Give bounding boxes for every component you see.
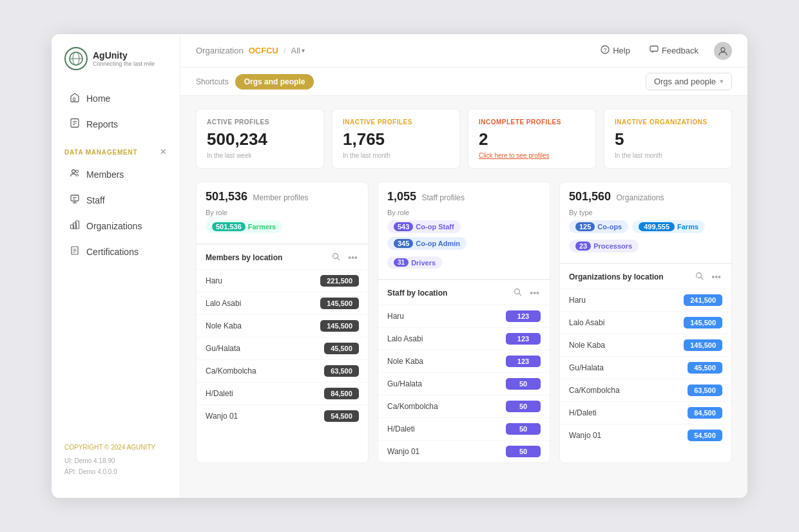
sidebar-item-organizations[interactable]: Organizations <box>57 213 175 239</box>
coop-admin-count: 345 <box>394 239 413 248</box>
breadcrumb-all[interactable]: All ▾ <box>291 46 305 55</box>
stat-label-active: ACTIVE PROFILES <box>207 119 313 126</box>
staff-search-btn[interactable] <box>512 287 523 299</box>
stat-link-incomplete[interactable]: Click here to see profiles <box>479 152 585 159</box>
farmers-pill[interactable]: 501,536 Farmers <box>206 220 282 233</box>
member-count: 501,536 <box>206 190 247 203</box>
app-container: AgUnity Connecting the last mile Home <box>52 34 747 498</box>
location-value: 50 <box>506 378 541 390</box>
user-avatar[interactable] <box>714 42 732 60</box>
location-name: Nole Kaba <box>387 357 423 366</box>
staff-profiles-header: 1,055 Staff profiles By role 543 Co-op S… <box>378 182 550 280</box>
help-button[interactable]: ? Help <box>597 43 634 59</box>
location-name: Nole Kaba <box>569 341 605 350</box>
sidebar-item-members[interactable]: Members <box>57 162 175 187</box>
processors-label: Processors <box>593 242 632 250</box>
logo-text-block: AgUnity Connecting the last mile <box>93 50 155 67</box>
staff-profiles-section: 1,055 Staff profiles By role 543 Co-op S… <box>378 182 550 463</box>
coop-admin-label: Co-op Admin <box>416 240 460 247</box>
svg-rect-3 <box>73 98 75 100</box>
drivers-pill[interactable]: 31 Drivers <box>387 256 442 269</box>
member-profiles-header: 501,536 Member profiles By role 501,536 … <box>197 182 368 244</box>
location-value: 54,500 <box>324 410 359 422</box>
org-type: Organizations <box>617 193 664 202</box>
member-locations-list: Haru 221,500 Lalo Asabi 145,500 Nole Kab… <box>197 269 368 427</box>
svg-text:?: ? <box>604 47 607 53</box>
stat-card-inactive-orgs: INACTIVE ORGANIZATIONS 5 In the last mon… <box>604 109 732 169</box>
feedback-label: Feedback <box>662 46 698 55</box>
location-value: 123 <box>506 356 541 367</box>
list-item: Nole Kaba 145,500 <box>560 334 731 356</box>
location-name: Haru <box>206 276 222 285</box>
location-value: 84,500 <box>688 407 722 419</box>
location-value: 145,500 <box>320 298 359 309</box>
location-value: 145,500 <box>684 339 722 351</box>
location-value: 45,500 <box>324 343 359 354</box>
organizations-section: 501,560 Organizations By type 125 Co-ops… <box>559 182 732 463</box>
location-value: 123 <box>506 333 541 345</box>
svg-point-27 <box>515 289 520 294</box>
staff-more-btn[interactable]: ••• <box>528 287 541 299</box>
sidebar-item-certifications[interactable]: Certifications <box>57 239 175 265</box>
stat-label-inactive: INACTIVE PROFILES <box>343 119 449 126</box>
staff-location-actions: ••• <box>512 287 541 299</box>
feedback-button[interactable]: Feedback <box>646 43 702 59</box>
staff-count: 1,055 <box>387 190 416 203</box>
coop-staff-count: 543 <box>394 222 413 231</box>
location-name: Gu/Halata <box>569 363 604 372</box>
member-type: Member profiles <box>253 193 309 202</box>
shortcuts-bar: Shortcuts Orgs and people Orgs and peopl… <box>180 68 747 96</box>
members-icon <box>70 168 80 181</box>
stat-sub-inactive: In the last month <box>343 152 449 159</box>
sidebar-item-reports[interactable]: Reports <box>57 111 175 137</box>
shortcuts-label: Shortcuts <box>196 77 229 86</box>
list-item: Ca/Kombolcha 50 <box>378 395 550 417</box>
svg-point-8 <box>72 170 75 173</box>
breadcrumb-separator: / <box>284 46 286 55</box>
view-select-label: Orgs and people <box>654 77 716 86</box>
shortcut-orgs-people[interactable]: Orgs and people <box>235 74 314 90</box>
chevron-icon: ▾ <box>302 47 305 54</box>
list-item: Wanjo 01 54,500 <box>560 424 731 446</box>
list-item: Haru 241,500 <box>560 289 731 311</box>
list-item: Nole Kaba 145,500 <box>197 314 368 337</box>
coops-pill[interactable]: 125 Co-ops <box>569 220 628 233</box>
list-item: Haru 221,500 <box>197 269 368 292</box>
member-more-btn[interactable]: ••• <box>347 251 359 264</box>
coops-count: 125 <box>575 222 595 231</box>
coop-admin-pill[interactable]: 345 Co-op Admin <box>387 237 467 250</box>
collapse-icon[interactable]: ✕ <box>160 147 167 157</box>
stat-card-incomplete-profiles: INCOMPLETE PROFILES 2 Click here to see … <box>468 109 596 169</box>
location-value: 123 <box>506 310 541 322</box>
data-management-section: DATA MANAGEMENT ✕ <box>52 137 180 162</box>
stat-label-incomplete: INCOMPLETE PROFILES <box>479 119 585 126</box>
certifications-icon <box>70 245 80 258</box>
staff-icon <box>70 194 80 207</box>
main-content: Organization OCFCU / All ▾ ? Help <box>180 34 747 498</box>
sidebar: AgUnity Connecting the last mile Home <box>52 34 180 498</box>
location-value: 221,500 <box>320 275 359 287</box>
staff-role-pills: 543 Co-op Staff 345 Co-op Admin <box>387 220 541 256</box>
feedback-icon <box>650 45 659 56</box>
processors-pill[interactable]: 23 Processors <box>569 240 639 252</box>
location-value: 50 <box>506 446 541 457</box>
sidebar-item-home[interactable]: Home <box>57 86 175 111</box>
farms-count: 499,555 <box>639 222 675 231</box>
svg-point-29 <box>697 273 702 278</box>
location-value: 84,500 <box>324 388 359 399</box>
organizations-label: Organizations <box>86 221 142 231</box>
view-select-dropdown[interactable]: Orgs and people ▾ <box>646 73 732 90</box>
logo-icon <box>64 47 88 70</box>
list-item: Wanjo 01 54,500 <box>197 404 368 427</box>
list-item: H/Daleti 50 <box>378 417 550 440</box>
member-search-btn[interactable] <box>331 251 342 264</box>
org-more-btn[interactable]: ••• <box>710 271 722 283</box>
coop-staff-pill[interactable]: 543 Co-op Staff <box>387 220 461 233</box>
section-label: DATA MANAGEMENT <box>64 149 137 156</box>
org-search-btn[interactable] <box>694 271 705 283</box>
breadcrumb-ocfcu[interactable]: OCFCU <box>249 46 278 55</box>
sidebar-item-staff[interactable]: Staff <box>57 187 175 213</box>
member-location-header: Members by location ••• <box>197 244 368 269</box>
home-icon <box>70 92 80 105</box>
farms-pill[interactable]: 499,555 Farms <box>632 220 705 233</box>
